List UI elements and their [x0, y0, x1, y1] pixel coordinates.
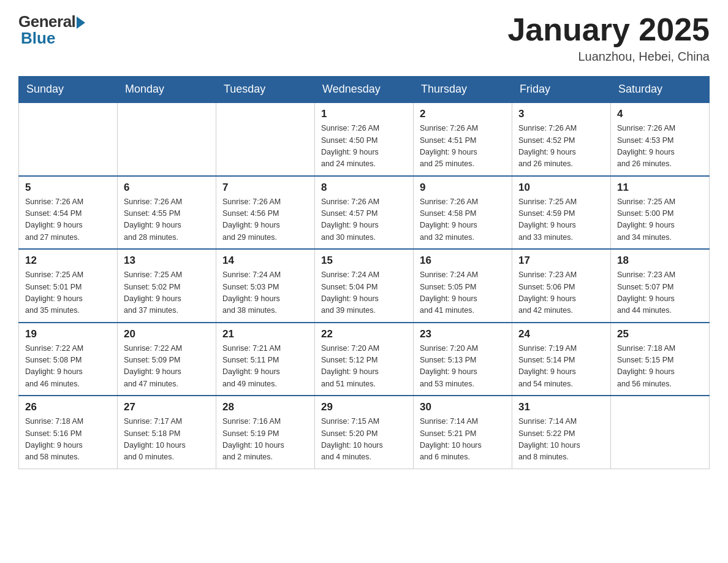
calendar-cell	[118, 102, 216, 176]
day-info: Sunrise: 7:20 AM Sunset: 5:13 PM Dayligh…	[420, 343, 506, 391]
day-number: 22	[321, 328, 407, 340]
calendar-cell: 27Sunrise: 7:17 AM Sunset: 5:18 PM Dayli…	[118, 396, 216, 469]
day-number: 24	[518, 328, 604, 340]
day-number: 23	[420, 328, 506, 340]
calendar-cell: 9Sunrise: 7:26 AM Sunset: 4:58 PM Daylig…	[414, 176, 512, 250]
day-info: Sunrise: 7:24 AM Sunset: 5:05 PM Dayligh…	[420, 269, 506, 317]
day-info: Sunrise: 7:19 AM Sunset: 5:14 PM Dayligh…	[518, 343, 604, 391]
day-info: Sunrise: 7:20 AM Sunset: 5:12 PM Dayligh…	[321, 343, 407, 391]
calendar-week-row: 12Sunrise: 7:25 AM Sunset: 5:01 PM Dayli…	[19, 249, 710, 323]
day-info: Sunrise: 7:24 AM Sunset: 5:04 PM Dayligh…	[321, 269, 407, 317]
day-info: Sunrise: 7:18 AM Sunset: 5:15 PM Dayligh…	[617, 343, 703, 391]
calendar-cell: 6Sunrise: 7:26 AM Sunset: 4:55 PM Daylig…	[118, 176, 216, 250]
weekday-header: Wednesday	[315, 77, 414, 103]
day-info: Sunrise: 7:14 AM Sunset: 5:21 PM Dayligh…	[420, 416, 506, 464]
weekday-header: Friday	[512, 77, 611, 103]
day-info: Sunrise: 7:25 AM Sunset: 4:59 PM Dayligh…	[518, 196, 604, 244]
calendar-header-row: SundayMondayTuesdayWednesdayThursdayFrid…	[19, 77, 710, 103]
day-info: Sunrise: 7:22 AM Sunset: 5:08 PM Dayligh…	[25, 343, 111, 391]
calendar-cell: 28Sunrise: 7:16 AM Sunset: 5:19 PM Dayli…	[216, 396, 315, 469]
day-number: 15	[321, 255, 407, 267]
day-number: 10	[518, 182, 604, 194]
calendar-cell: 7Sunrise: 7:26 AM Sunset: 4:56 PM Daylig…	[216, 176, 315, 250]
location-text: Luanzhou, Hebei, China	[507, 50, 710, 64]
calendar-cell	[19, 102, 118, 176]
day-number: 25	[617, 328, 703, 340]
day-info: Sunrise: 7:26 AM Sunset: 4:54 PM Dayligh…	[25, 196, 111, 244]
day-number: 27	[124, 401, 210, 413]
calendar-cell	[216, 102, 315, 176]
day-number: 29	[321, 401, 407, 413]
day-number: 11	[617, 182, 703, 194]
day-info: Sunrise: 7:22 AM Sunset: 5:09 PM Dayligh…	[124, 343, 210, 391]
day-info: Sunrise: 7:26 AM Sunset: 4:50 PM Dayligh…	[321, 123, 407, 170]
day-number: 8	[321, 182, 407, 194]
day-number: 28	[222, 401, 308, 413]
day-info: Sunrise: 7:25 AM Sunset: 5:02 PM Dayligh…	[124, 269, 210, 317]
calendar-cell	[611, 396, 710, 469]
logo: General Blue	[18, 12, 85, 48]
calendar-cell: 24Sunrise: 7:19 AM Sunset: 5:14 PM Dayli…	[512, 323, 611, 396]
calendar-week-row: 1Sunrise: 7:26 AM Sunset: 4:50 PM Daylig…	[19, 102, 710, 176]
calendar-cell: 11Sunrise: 7:25 AM Sunset: 5:00 PM Dayli…	[611, 176, 710, 250]
calendar-cell: 15Sunrise: 7:24 AM Sunset: 5:04 PM Dayli…	[315, 249, 414, 323]
day-number: 9	[420, 182, 506, 194]
day-info: Sunrise: 7:17 AM Sunset: 5:18 PM Dayligh…	[124, 416, 210, 464]
day-number: 5	[25, 182, 111, 194]
day-number: 26	[25, 401, 111, 413]
day-number: 14	[222, 255, 308, 267]
day-number: 31	[518, 401, 604, 413]
day-info: Sunrise: 7:24 AM Sunset: 5:03 PM Dayligh…	[222, 269, 308, 317]
day-number: 18	[617, 255, 703, 267]
day-number: 2	[420, 108, 506, 120]
calendar-week-row: 26Sunrise: 7:18 AM Sunset: 5:16 PM Dayli…	[19, 396, 710, 469]
logo-blue-text: Blue	[18, 29, 85, 48]
day-number: 20	[124, 328, 210, 340]
calendar-cell: 3Sunrise: 7:26 AM Sunset: 4:52 PM Daylig…	[512, 102, 611, 176]
day-number: 17	[518, 255, 604, 267]
day-number: 21	[222, 328, 308, 340]
page-header: General Blue January 2025 Luanzhou, Hebe…	[18, 12, 710, 64]
calendar-cell: 12Sunrise: 7:25 AM Sunset: 5:01 PM Dayli…	[19, 249, 118, 323]
calendar-cell: 14Sunrise: 7:24 AM Sunset: 5:03 PM Dayli…	[216, 249, 315, 323]
logo-triangle-icon	[77, 17, 85, 29]
calendar-cell: 4Sunrise: 7:26 AM Sunset: 4:53 PM Daylig…	[611, 102, 710, 176]
calendar-cell: 5Sunrise: 7:26 AM Sunset: 4:54 PM Daylig…	[19, 176, 118, 250]
calendar-cell: 18Sunrise: 7:23 AM Sunset: 5:07 PM Dayli…	[611, 249, 710, 323]
calendar-table: SundayMondayTuesdayWednesdayThursdayFrid…	[18, 76, 710, 469]
day-info: Sunrise: 7:18 AM Sunset: 5:16 PM Dayligh…	[25, 416, 111, 464]
month-title: January 2025	[507, 12, 710, 47]
calendar-cell: 22Sunrise: 7:20 AM Sunset: 5:12 PM Dayli…	[315, 323, 414, 396]
calendar-cell: 10Sunrise: 7:25 AM Sunset: 4:59 PM Dayli…	[512, 176, 611, 250]
day-number: 6	[124, 182, 210, 194]
day-number: 3	[518, 108, 604, 120]
weekday-header: Tuesday	[216, 77, 315, 103]
weekday-header: Thursday	[414, 77, 512, 103]
title-block: January 2025 Luanzhou, Hebei, China	[507, 12, 710, 64]
weekday-header: Monday	[118, 77, 216, 103]
calendar-cell: 16Sunrise: 7:24 AM Sunset: 5:05 PM Dayli…	[414, 249, 512, 323]
calendar-cell: 30Sunrise: 7:14 AM Sunset: 5:21 PM Dayli…	[414, 396, 512, 469]
day-info: Sunrise: 7:25 AM Sunset: 5:01 PM Dayligh…	[25, 269, 111, 317]
calendar-cell: 17Sunrise: 7:23 AM Sunset: 5:06 PM Dayli…	[512, 249, 611, 323]
day-info: Sunrise: 7:26 AM Sunset: 4:57 PM Dayligh…	[321, 196, 407, 244]
calendar-cell: 2Sunrise: 7:26 AM Sunset: 4:51 PM Daylig…	[414, 102, 512, 176]
calendar-cell: 8Sunrise: 7:26 AM Sunset: 4:57 PM Daylig…	[315, 176, 414, 250]
weekday-header: Saturday	[611, 77, 710, 103]
day-info: Sunrise: 7:15 AM Sunset: 5:20 PM Dayligh…	[321, 416, 407, 464]
day-number: 7	[222, 182, 308, 194]
calendar-cell: 19Sunrise: 7:22 AM Sunset: 5:08 PM Dayli…	[19, 323, 118, 396]
day-number: 19	[25, 328, 111, 340]
day-info: Sunrise: 7:23 AM Sunset: 5:06 PM Dayligh…	[518, 269, 604, 317]
calendar-cell: 25Sunrise: 7:18 AM Sunset: 5:15 PM Dayli…	[611, 323, 710, 396]
day-info: Sunrise: 7:26 AM Sunset: 4:58 PM Dayligh…	[420, 196, 506, 244]
day-info: Sunrise: 7:25 AM Sunset: 5:00 PM Dayligh…	[617, 196, 703, 244]
calendar-cell: 29Sunrise: 7:15 AM Sunset: 5:20 PM Dayli…	[315, 396, 414, 469]
day-info: Sunrise: 7:26 AM Sunset: 4:53 PM Dayligh…	[617, 123, 703, 170]
day-info: Sunrise: 7:26 AM Sunset: 4:51 PM Dayligh…	[420, 123, 506, 170]
calendar-week-row: 5Sunrise: 7:26 AM Sunset: 4:54 PM Daylig…	[19, 176, 710, 250]
day-number: 1	[321, 108, 407, 120]
calendar-cell: 31Sunrise: 7:14 AM Sunset: 5:22 PM Dayli…	[512, 396, 611, 469]
calendar-cell: 1Sunrise: 7:26 AM Sunset: 4:50 PM Daylig…	[315, 102, 414, 176]
weekday-header: Sunday	[19, 77, 118, 103]
